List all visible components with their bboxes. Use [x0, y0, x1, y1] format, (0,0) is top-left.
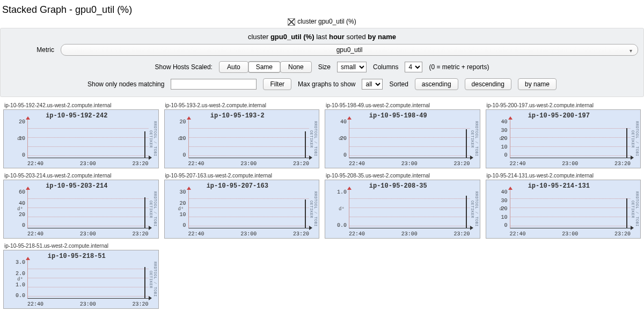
plot-area: d° — [27, 190, 149, 228]
summary-prefix: cluster — [248, 33, 268, 41]
maxgraphs-select[interactable]: all — [362, 79, 383, 90]
rrdtool-credit: RRDTOOL / TOBI OETIKER — [151, 254, 157, 305]
y-axis: 20100 — [7, 120, 26, 158]
filter-button[interactable]: Filter — [263, 78, 291, 90]
y-unit-label: d° — [17, 206, 23, 212]
y-unit-label: d° — [17, 277, 23, 282]
chart-box[interactable]: ip-10-95-218-513.02.01.00.0d°22:4023:002… — [3, 250, 159, 309]
chart-cell: ip-10-95-208-35.us-west-2.compute.intern… — [325, 172, 480, 239]
summary-mid2: sorted — [347, 33, 366, 41]
page-title: Stacked Graph - gpu0_util (%) — [0, 0, 644, 17]
hostname-caption[interactable]: ip-10-95-192-242.us-west-2.compute.inter… — [3, 101, 159, 109]
x-axis: 22:4023:0023:20 — [349, 231, 470, 237]
sort-descending-button[interactable]: descending — [465, 78, 511, 90]
filter-input[interactable] — [171, 79, 257, 90]
data-spike — [144, 131, 145, 158]
summary-sort: by name — [368, 33, 396, 41]
chart-box[interactable]: ip-10-95-192-24220100d°22:4023:0023:20RR… — [3, 109, 159, 168]
rrdtool-credit: RRDTOOL / TOBI OETIKER — [472, 113, 479, 165]
rrdtool-credit: RRDTOOL / TOBI OETIKER — [472, 183, 479, 235]
y-unit-label: d° — [339, 136, 345, 142]
chart-box[interactable]: ip-10-95-203-2146040200d°22:4023:0023:20… — [3, 180, 159, 239]
plot-area: d° — [27, 260, 149, 299]
y-axis: 3.02.01.00.0 — [7, 260, 26, 299]
columns-note: (0 = metric + reports) — [429, 63, 489, 71]
y-axis: 20100 — [168, 120, 187, 158]
x-axis: 22:4023:0023:20 — [27, 301, 149, 307]
rrdtool-credit: RRDTOOL / TOBI OETIKER — [633, 183, 639, 235]
scale-same-button[interactable]: Same — [248, 61, 281, 73]
chart-box[interactable]: ip-10-95-200-197403020100d°22:4023:0023:… — [486, 109, 641, 168]
plot-area: d° — [510, 120, 631, 158]
summary-mid1: last — [316, 33, 327, 41]
hostname-caption[interactable]: ip-10-95-214-131.us-west-2.compute.inter… — [486, 172, 641, 180]
metric-label: Metric — [6, 46, 54, 54]
y-unit-label: d° — [178, 206, 184, 212]
chart-cell: ip-10-95-214-131.us-west-2.compute.inter… — [486, 172, 641, 239]
x-axis: 22:4023:0023:20 — [349, 161, 470, 167]
scale-group: Auto Same None — [219, 61, 312, 73]
hostname-caption[interactable]: ip-10-95-198-49.us-west-2.compute.intern… — [325, 101, 480, 109]
plot-area: d° — [349, 120, 470, 158]
size-label: Size — [318, 63, 331, 71]
columns-select[interactable]: 4 — [405, 62, 422, 72]
header-image-row: cluster gpu0_util (%) — [0, 17, 644, 28]
rrdtool-credit: RRDTOOL / TOBI OETIKER — [311, 113, 318, 165]
x-axis: 22:4023:0023:20 — [27, 231, 149, 237]
y-axis: 1.00.0 — [328, 190, 348, 228]
scale-auto-button[interactable]: Auto — [219, 61, 248, 73]
x-axis: 22:4023:0023:20 — [188, 231, 310, 237]
hostname-caption[interactable]: ip-10-95-193-2.us-west-2.compute.interna… — [164, 101, 320, 109]
y-unit-label: d° — [500, 206, 506, 212]
chart-box[interactable]: ip-10-95-207-1633020100d°22:4023:0023:20… — [164, 180, 320, 239]
rrdtool-credit: RRDTOOL / TOBI OETIKER — [151, 113, 157, 165]
chart-cell: ip-10-95-218-51.us-west-2.compute.intern… — [3, 242, 159, 309]
hostname-caption[interactable]: ip-10-95-207-163.us-west-2.compute.inter… — [164, 172, 320, 180]
chart-box[interactable]: ip-10-95-198-4940200d°22:4023:0023:20RRD… — [325, 109, 480, 168]
rrdtool-credit: RRDTOOL / TOBI OETIKER — [311, 183, 318, 235]
data-spike — [626, 198, 627, 228]
data-spike — [305, 131, 306, 158]
hostname-caption[interactable]: ip-10-95-203-214.us-west-2.compute.inter… — [3, 172, 159, 180]
summary-line: cluster gpu0_util (%) last hour sorted b… — [6, 33, 638, 44]
sort-ascending-button[interactable]: ascending — [415, 78, 458, 90]
sort-by-name-button[interactable]: by name — [518, 78, 557, 90]
plot-area: d° — [349, 190, 470, 228]
x-axis: 22:4023:0023:20 — [188, 161, 310, 167]
size-select[interactable]: small — [337, 62, 367, 72]
hostname-caption[interactable]: ip-10-95-218-51.us-west-2.compute.intern… — [3, 242, 159, 250]
chart-box[interactable]: ip-10-95-208-351.00.0d°22:4023:0023:20RR… — [325, 180, 480, 239]
data-spike — [466, 196, 467, 228]
maxgraphs-label: Max graphs to show — [298, 80, 355, 88]
chart-cell: ip-10-95-207-163.us-west-2.compute.inter… — [164, 172, 320, 239]
chart-cell: ip-10-95-203-214.us-west-2.compute.inter… — [3, 172, 159, 239]
chart-grid: ip-10-95-192-242.us-west-2.compute.inter… — [0, 97, 644, 313]
y-axis: 6040200 — [7, 190, 26, 228]
data-spike — [626, 128, 627, 158]
data-spike — [305, 199, 306, 228]
plot-area: d° — [510, 190, 631, 228]
y-axis: 3020100 — [168, 190, 187, 228]
scale-label: Show Hosts Scaled: — [155, 63, 213, 71]
plot-area: d° — [188, 120, 310, 158]
rrdtool-credit: RRDTOOL / TOBI OETIKER — [633, 113, 639, 165]
y-axis: 403020100 — [489, 190, 509, 228]
columns-label: Columns — [373, 63, 398, 71]
metric-select[interactable]: gpu0_util — [61, 44, 638, 56]
hostname-caption[interactable]: ip-10-95-208-35.us-west-2.compute.intern… — [325, 172, 480, 180]
summary-metric: gpu0_util (%) — [270, 33, 314, 41]
y-unit-label: d° — [178, 136, 184, 142]
hostname-caption[interactable]: ip-10-95-200-197.us-west-2.compute.inter… — [486, 101, 641, 109]
plot-area: d° — [27, 120, 149, 158]
chart-box[interactable]: ip-10-95-214-131403020100d°22:4023:0023:… — [486, 180, 641, 239]
y-unit-label: d° — [500, 136, 506, 142]
chart-cell: ip-10-95-198-49.us-west-2.compute.intern… — [325, 101, 480, 168]
data-spike — [144, 197, 145, 228]
header-image-alt: cluster gpu0_util (%) — [297, 18, 356, 25]
chart-box[interactable]: ip-10-95-193-220100d°22:4023:0023:20RRDT… — [164, 109, 320, 168]
rrdtool-credit: RRDTOOL / TOBI OETIKER — [151, 183, 157, 235]
scale-none-button[interactable]: None — [280, 61, 312, 73]
y-axis: 403020100 — [489, 120, 509, 158]
x-axis: 22:4023:0023:20 — [510, 161, 631, 167]
summary-range: hour — [329, 33, 345, 41]
